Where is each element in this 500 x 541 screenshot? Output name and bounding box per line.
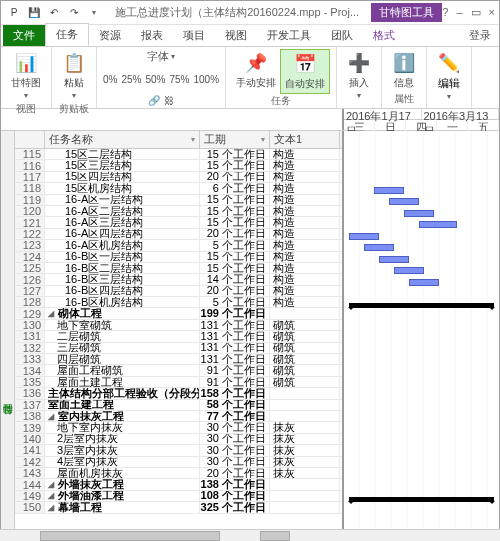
cell-name[interactable]: 三层砌筑: [45, 343, 200, 353]
cell-text1[interactable]: 抹灰: [270, 434, 340, 444]
table-row[interactable]: 136 主体结构分部工程验收（分段分层） 158 个工作日: [15, 388, 342, 399]
tab-task[interactable]: 任务: [45, 23, 89, 46]
cell-text1[interactable]: [270, 400, 340, 410]
qat-customize-icon[interactable]: ▾: [85, 4, 103, 22]
cell-duration[interactable]: 15 个工作日: [200, 149, 270, 159]
tab-report[interactable]: 报表: [131, 25, 173, 46]
collapse-icon[interactable]: ◢: [48, 491, 56, 500]
cell-duration[interactable]: 131 个工作日: [200, 354, 270, 364]
gantt-bar[interactable]: [349, 233, 379, 240]
cell-text1[interactable]: 构造: [270, 286, 340, 296]
cell-name[interactable]: 16-A区机房结构: [45, 240, 200, 250]
gantt-bar[interactable]: [379, 256, 409, 263]
cell-text1[interactable]: 砌筑: [270, 320, 340, 330]
tab-format[interactable]: 格式: [363, 25, 405, 46]
cell-duration[interactable]: 199 个工作日: [200, 308, 270, 318]
table-row[interactable]: 137 室面土建工程 58 个工作日: [15, 400, 342, 411]
cell-name[interactable]: 16-A区二层结构: [45, 206, 200, 216]
table-row[interactable]: 127 16-B区四层结构 20 个工作日 构造: [15, 286, 342, 297]
cell-duration[interactable]: 15 个工作日: [200, 195, 270, 205]
cell-text1[interactable]: 构造: [270, 274, 340, 284]
cell-text1[interactable]: [270, 491, 340, 501]
pct-0[interactable]: 0%: [103, 74, 117, 85]
cell-duration[interactable]: 5 个工作日: [200, 240, 270, 250]
horizontal-scrollbar[interactable]: [0, 529, 500, 541]
cell-name[interactable]: 15区四层结构: [45, 172, 200, 182]
cell-name[interactable]: 16-B区三层结构: [45, 274, 200, 284]
table-row[interactable]: 135 屋面土建工程 91 个工作日 砌筑: [15, 377, 342, 388]
table-row[interactable]: 139 地下室内抹灰 30 个工作日 抹灰: [15, 422, 342, 433]
pct-50[interactable]: 50%: [145, 74, 165, 85]
save-icon[interactable]: 💾: [25, 4, 43, 22]
table-row[interactable]: 149 ◢外墙油漆工程 108 个工作日: [15, 491, 342, 502]
cell-duration[interactable]: 325 个工作日: [200, 502, 270, 512]
table-row[interactable]: 134 屋面工程砌筑 91 个工作日 砌筑: [15, 365, 342, 376]
insert-button[interactable]: ➕ 插入 ▾: [343, 49, 375, 102]
cell-duration[interactable]: 15 个工作日: [200, 263, 270, 273]
table-row[interactable]: 116 15区三层结构 15 个工作日 构造: [15, 160, 342, 171]
col-duration[interactable]: 工期▾: [200, 131, 270, 148]
grid-body[interactable]: 115 15区二层结构 15 个工作日 构造116 15区三层结构 15 个工作…: [15, 149, 342, 541]
redo-icon[interactable]: ↷: [65, 4, 83, 22]
gantt-chart[interactable]: [344, 131, 499, 541]
tab-view[interactable]: 视图: [215, 25, 257, 46]
table-row[interactable]: 126 16-B区三层结构 14 个工作日 构造: [15, 274, 342, 285]
cell-text1[interactable]: 砌筑: [270, 343, 340, 353]
cell-duration[interactable]: 30 个工作日: [200, 445, 270, 455]
table-row[interactable]: 125 16-B区二层结构 15 个工作日 构造: [15, 263, 342, 274]
gantt-bar[interactable]: [389, 198, 419, 205]
tab-resource[interactable]: 资源: [89, 25, 131, 46]
cell-duration[interactable]: 138 个工作日: [200, 479, 270, 489]
cell-name[interactable]: 4层室内抹灰: [45, 457, 200, 467]
table-row[interactable]: 118 15区机房结构 6 个工作日 构造: [15, 183, 342, 194]
cell-duration[interactable]: 91 个工作日: [200, 377, 270, 387]
login-link[interactable]: 登录: [461, 25, 499, 46]
cell-name[interactable]: 16-A区一层结构: [45, 195, 200, 205]
table-row[interactable]: 124 16-B区一层结构 15 个工作日 构造: [15, 252, 342, 263]
table-row[interactable]: 132 三层砌筑 131 个工作日 砌筑: [15, 343, 342, 354]
table-row[interactable]: 120 16-A区二层结构 15 个工作日 构造: [15, 206, 342, 217]
gantt-view-button[interactable]: 📊 甘特图 ▾: [7, 49, 45, 102]
cell-name[interactable]: ◢外墙抹灰工程: [45, 479, 200, 489]
table-row[interactable]: 128 16-B区机房结构 5 个工作日 构造: [15, 297, 342, 308]
table-row[interactable]: 138 ◢室内抹灰工程 77 个工作日: [15, 411, 342, 422]
table-row[interactable]: 141 3层室内抹灰 30 个工作日 抹灰: [15, 445, 342, 456]
cell-name[interactable]: 地下室内抹灰: [45, 422, 200, 432]
minimize-icon[interactable]: –: [456, 6, 462, 19]
cell-text1[interactable]: [270, 411, 340, 421]
cell-duration[interactable]: 77 个工作日: [200, 411, 270, 421]
pct-100[interactable]: 100%: [194, 74, 220, 85]
cell-name[interactable]: 2层室内抹灰: [45, 434, 200, 444]
gantt-bar[interactable]: [394, 267, 424, 274]
cell-name[interactable]: 地下室砌筑: [45, 320, 200, 330]
gantt-bar[interactable]: [409, 279, 439, 286]
cell-duration[interactable]: 14 个工作日: [200, 274, 270, 284]
cell-duration[interactable]: 108 个工作日: [200, 491, 270, 501]
auto-schedule-button[interactable]: 📅 自动安排: [280, 49, 330, 94]
cell-duration[interactable]: 5 个工作日: [200, 297, 270, 307]
cell-text1[interactable]: 构造: [270, 252, 340, 262]
cell-text1[interactable]: 构造: [270, 206, 340, 216]
cell-name[interactable]: 二层砌筑: [45, 331, 200, 341]
gantt-summary-bar[interactable]: [349, 497, 494, 502]
cell-duration[interactable]: 15 个工作日: [200, 252, 270, 262]
table-row[interactable]: 131 二层砌筑 131 个工作日 砌筑: [15, 331, 342, 342]
app-icon[interactable]: P: [5, 4, 23, 22]
cell-name[interactable]: ◢幕墙工程: [45, 502, 200, 512]
cell-name[interactable]: ◢砌体工程: [45, 308, 200, 318]
cell-name[interactable]: 16-B区四层结构: [45, 286, 200, 296]
table-row[interactable]: 121 16-A区三层结构 15 个工作日 构造: [15, 217, 342, 228]
pct-75[interactable]: 75%: [169, 74, 189, 85]
cell-text1[interactable]: 砌筑: [270, 331, 340, 341]
cell-duration[interactable]: 20 个工作日: [200, 468, 270, 478]
table-row[interactable]: 115 15区二层结构 15 个工作日 构造: [15, 149, 342, 160]
cell-name[interactable]: 16-A区三层结构: [45, 217, 200, 227]
cell-name[interactable]: 16-B区二层结构: [45, 263, 200, 273]
cell-duration[interactable]: 20 个工作日: [200, 172, 270, 182]
info-button[interactable]: ℹ️ 信息: [388, 49, 420, 92]
collapse-icon[interactable]: ◢: [48, 309, 56, 318]
cell-duration[interactable]: 131 个工作日: [200, 331, 270, 341]
table-row[interactable]: 133 四层砌筑 131 个工作日 砌筑: [15, 354, 342, 365]
cell-name[interactable]: 屋面机房抹灰: [45, 468, 200, 478]
cell-text1[interactable]: 抹灰: [270, 445, 340, 455]
